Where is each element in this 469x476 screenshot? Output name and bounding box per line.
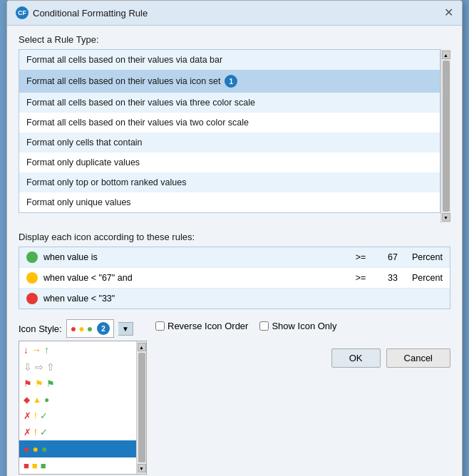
rule-item-unique[interactable]: Format only unique values: [19, 192, 440, 212]
icon-grid-scroll-area: ↓ → ↑ ⇩ ⇨ ⇧ ⚑: [19, 341, 146, 474]
scroll-thumb[interactable]: [443, 61, 450, 212]
style-circle-green: ●: [87, 323, 93, 334]
dialog-icon: CF: [16, 6, 29, 19]
icon-grid-row-marks-plain[interactable]: ✗ ! ✓: [19, 424, 136, 440]
circle-yellow-sel: ●: [32, 443, 38, 455]
icon-style-badge: 2: [97, 322, 110, 335]
rule-list-scrollbar[interactable]: ▲ ▼: [440, 49, 450, 223]
icon-style-label: Icon Style:: [19, 324, 62, 334]
rule-item-text: Format only top or bottom ranked values: [26, 177, 186, 187]
flag-yellow: ⚑: [35, 378, 43, 389]
icon-grid-scroll-thumb[interactable]: [138, 353, 145, 462]
rule-row2-op: >=: [351, 273, 371, 283]
rule-row1-op: >=: [351, 252, 371, 262]
icon-grid-scrollbar[interactable]: ▲ ▼: [136, 341, 146, 474]
icon-rules-table: when value is >= 67 Percent when value <…: [19, 247, 450, 309]
icon-green: [26, 252, 38, 263]
icon-red: [26, 293, 38, 304]
icon-grid-row-squares-color[interactable]: ■ ■ ■: [19, 457, 136, 474]
icon-grid-row-arrows-solid[interactable]: ↓ → ↑: [19, 341, 136, 358]
rule-item-two-color[interactable]: Format all cells based on their values v…: [19, 113, 440, 133]
rule-item-top-bottom[interactable]: Format only top or bottom ranked values: [19, 172, 440, 192]
icon-grid-row-shapes[interactable]: ◆ ▲ ●: [19, 392, 136, 408]
checkboxes-row: Reverse Icon Order Show Icon Only: [155, 321, 450, 331]
arrow-right-orange: →: [31, 344, 41, 356]
icon-rule-row-2: when value < "67" and >= 33 Percent: [19, 268, 450, 289]
display-section-label: Display each icon according to these rul…: [19, 232, 450, 242]
rule-list-area: Format all cells based on their values v…: [19, 49, 450, 223]
circle-check-green: ✓: [40, 410, 48, 421]
rule-row1-text: when value is: [43, 252, 345, 262]
close-button[interactable]: ✕: [444, 7, 453, 19]
bottom-section: Icon Style: ● ● ● 2 ▼: [19, 319, 450, 475]
title-bar-left: CF Conditional Formatting Rule: [16, 6, 148, 19]
icon-grid-scroll-down[interactable]: ▼: [138, 464, 146, 472]
rule-item-data-bar[interactable]: Format all cells based on their values v…: [19, 50, 440, 70]
square-green: ■: [41, 460, 46, 471]
reverse-icon-order-checkbox[interactable]: [155, 321, 165, 331]
scroll-down-button[interactable]: ▼: [442, 213, 450, 222]
rule-item-cells-contain[interactable]: Format only cells that contain: [19, 133, 440, 152]
rule-item-icon-set[interactable]: Format all cells based on their values v…: [19, 70, 440, 93]
scroll-up-button[interactable]: ▲: [442, 51, 450, 59]
title-bar: CF Conditional Formatting Rule ✕: [7, 1, 462, 26]
arrow-up-green: ↑: [44, 344, 49, 356]
arrow-right-gray: ⇨: [35, 361, 43, 373]
icon-grid-row-marks-circle[interactable]: ✗ ! ✓: [19, 408, 136, 424]
dialog-title: Conditional Formatting Rule: [33, 8, 148, 19]
shape-diamond-red: ◆: [24, 395, 30, 405]
rule-list: Format all cells based on their values v…: [19, 49, 440, 213]
icon-style-row: Icon Style: ● ● ● 2 ▼: [19, 319, 147, 338]
plain-check-green: ✓: [40, 427, 48, 438]
icon-set-badge: 1: [225, 75, 237, 88]
style-circle-red: ●: [71, 323, 76, 334]
icon-style-area: Icon Style: ● ● ● 2 ▼: [19, 319, 147, 475]
rule-item-duplicate[interactable]: Format only duplicate values: [19, 152, 440, 172]
rule-item-text: Format all cells based on their values v…: [26, 118, 249, 128]
circle-exclaim-yellow: !: [34, 410, 37, 421]
icon-style-dropdown-button[interactable]: ▼: [118, 322, 133, 336]
rule-item-text: Format all cells based on their values v…: [26, 76, 220, 86]
reverse-icon-order-text: Reverse Icon Order: [168, 321, 248, 331]
plain-exclaim-orange: !: [34, 427, 37, 438]
show-icon-only-label[interactable]: Show Icon Only: [259, 321, 336, 331]
conditional-formatting-dialog: CF Conditional Formatting Rule ✕ Select …: [6, 0, 463, 476]
shape-circle-green: ●: [44, 395, 49, 405]
dialog-body: Select a Rule Type: Format all cells bas…: [7, 26, 462, 476]
rule-item-text: Format all cells based on their values v…: [26, 98, 255, 108]
icon-grid-row-flags[interactable]: ⚑ ⚑ ⚑: [19, 376, 136, 392]
flag-green: ⚑: [46, 378, 55, 389]
icon-rule-row-1: when value is >= 67 Percent: [19, 247, 450, 268]
rule-row2-val: 33: [376, 273, 398, 283]
cancel-button[interactable]: Cancel: [386, 348, 450, 368]
rule-row1-val: 67: [376, 252, 398, 262]
square-red: ■: [24, 460, 29, 471]
rule-item-text: Format all cells based on their values v…: [26, 55, 222, 65]
square-yellow: ■: [32, 460, 38, 471]
buttons-row: OK Cancel: [155, 348, 450, 368]
rule-item-text: Format only duplicate values: [26, 157, 140, 167]
arrow-down-gray: ⇩: [24, 361, 32, 373]
icon-style-selector[interactable]: ● ● ● 2: [66, 319, 114, 338]
icon-grid-container: ↓ → ↑ ⇩ ⇨ ⇧ ⚑: [19, 341, 147, 475]
rule-row1-unit: Percent: [403, 252, 443, 262]
rule-type-label: Select a Rule Type:: [19, 34, 450, 45]
circle-green-sel: ●: [41, 443, 47, 455]
style-circle-yellow: ●: [78, 323, 84, 334]
icon-grid-row-arrows-outline[interactable]: ⇩ ⇨ ⇧: [19, 358, 136, 376]
icon-grid-row-circles-color[interactable]: ● ● ●: [19, 440, 136, 457]
arrow-down-red: ↓: [24, 344, 29, 356]
right-options: Reverse Icon Order Show Icon Only OK Can…: [155, 319, 450, 368]
rule-item-text: Format only cells that contain: [26, 138, 143, 148]
show-icon-only-checkbox[interactable]: [259, 321, 269, 331]
reverse-icon-order-label[interactable]: Reverse Icon Order: [155, 321, 248, 331]
plain-x-red: ✗: [24, 427, 31, 438]
rule-row2-unit: Percent: [403, 273, 443, 283]
flag-red: ⚑: [24, 378, 32, 389]
rule-row3-text: when value < "33": [43, 294, 443, 304]
ok-button[interactable]: OK: [331, 348, 381, 368]
icon-grid-scroll-up[interactable]: ▲: [138, 343, 146, 351]
rule-item-three-color[interactable]: Format all cells based on their values v…: [19, 93, 440, 113]
icon-yellow: [26, 272, 38, 284]
rule-item-text: Format only unique values: [26, 197, 131, 207]
